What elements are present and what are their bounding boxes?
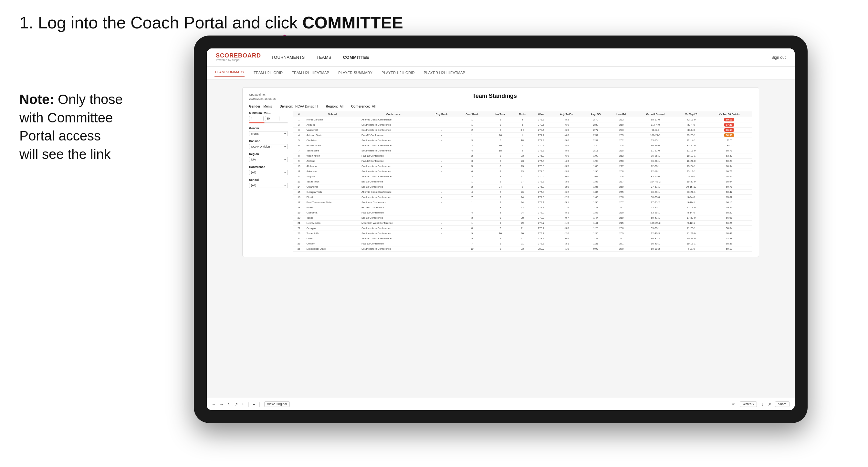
region-select[interactable]: N/A ▾ bbox=[249, 157, 288, 162]
col-vs-top25[interactable]: Vs Top 25 bbox=[676, 112, 706, 117]
cell-school: Washington bbox=[305, 153, 360, 159]
toolbar-back[interactable]: ← bbox=[212, 402, 216, 407]
cell-wins: 276.8 bbox=[532, 190, 551, 195]
cell-avg-sg: 2.01 bbox=[583, 174, 609, 179]
col-vs-top50[interactable]: Vs Top 50 Points bbox=[706, 112, 752, 117]
cell-low-rd: 264 bbox=[609, 143, 634, 148]
region-filter-display: Region: All bbox=[326, 105, 343, 108]
cell-avg-sg: 1.98 bbox=[583, 159, 609, 164]
cell-rnds: 23 bbox=[513, 159, 532, 164]
col-avg-sg[interactable]: Avg. SG bbox=[583, 112, 609, 117]
cell-rnds: 27 bbox=[513, 179, 532, 184]
toolbar-share-link[interactable]: ↗ bbox=[235, 402, 238, 407]
cell-conf-rank: 2 bbox=[457, 143, 488, 148]
nav-teams[interactable]: TEAMS bbox=[316, 54, 331, 61]
min-rounds-input[interactable] bbox=[249, 116, 264, 121]
sub-nav-player-h2h-heatmap[interactable]: PLAYER H2H HEATMAP bbox=[424, 69, 465, 76]
col-no-tour[interactable]: No Tour bbox=[488, 112, 513, 117]
filters-row: Gender: Men's Division: NCAA Division I … bbox=[249, 105, 752, 108]
share-btn[interactable]: Share bbox=[775, 401, 789, 407]
cell-rank: 24 bbox=[293, 236, 305, 241]
col-adj-par[interactable]: Adj. To Par bbox=[551, 112, 583, 117]
gender-select[interactable]: Men's ▾ bbox=[249, 131, 288, 136]
col-low-rd[interactable]: Low Rd. bbox=[609, 112, 634, 117]
watch-btn[interactable]: Watch ▾ bbox=[740, 401, 757, 407]
cell-low-rd: 271 bbox=[609, 205, 634, 210]
cell-conf-rank: 5 bbox=[457, 164, 488, 169]
toolbar-reload[interactable]: ↻ bbox=[227, 402, 231, 407]
cell-wins: 278.5 bbox=[532, 241, 551, 246]
toolbar-expand[interactable]: ↗ bbox=[768, 402, 771, 407]
cell-vs-top50: 68.42 bbox=[706, 231, 752, 236]
cell-wins: 280.7 bbox=[532, 246, 551, 252]
view-original-btn[interactable]: View: Original bbox=[264, 401, 290, 407]
max-rounds-input[interactable] bbox=[265, 116, 279, 121]
division-select[interactable]: NCAA Division I ▾ bbox=[249, 144, 288, 149]
cell-no-tour: 24 bbox=[488, 184, 513, 190]
cell-conf-rank: 3 bbox=[457, 215, 488, 221]
toolbar-eye[interactable]: 👁 bbox=[732, 402, 736, 407]
cell-rank: 16 bbox=[293, 195, 305, 200]
cell-rnds: 23 bbox=[513, 205, 532, 210]
cell-school: Alabama bbox=[305, 164, 360, 169]
cell-vs-top25: 39-6-0 bbox=[676, 128, 706, 133]
gender-filter-section: Gender Men's ▾ bbox=[249, 127, 288, 136]
cell-adj-par: -6.0 bbox=[551, 122, 583, 128]
cell-rnds: 21 bbox=[513, 226, 532, 231]
col-rnds[interactable]: Rnds bbox=[513, 112, 532, 117]
cell-low-rd: 268 bbox=[609, 169, 634, 174]
cell-reg-rank: - bbox=[427, 246, 457, 252]
cell-rnds: 24 bbox=[513, 210, 532, 215]
toolbar-forward[interactable]: → bbox=[220, 402, 223, 407]
update-time: Update time: 27/03/2024 16:56:26 bbox=[249, 93, 276, 101]
cell-conf-rank: 1 bbox=[457, 200, 488, 205]
toolbar-clock[interactable]: ● bbox=[253, 402, 255, 407]
cell-no-tour: 7 bbox=[488, 226, 513, 231]
cell-vs-top50: 59.13 bbox=[706, 246, 752, 252]
cell-vs-top25: 30-15-10 bbox=[676, 184, 706, 190]
cell-school: Illinois bbox=[305, 205, 360, 210]
school-select[interactable]: (All) ▾ bbox=[249, 183, 288, 188]
step-instruction: 1. Log into the Coach Portal and click C… bbox=[20, 13, 403, 32]
sub-nav-player-h2h-grid[interactable]: PLAYER H2H GRID bbox=[381, 69, 415, 76]
cell-adj-par: -0.7 bbox=[551, 215, 583, 221]
cell-avg-sg: 1.28 bbox=[583, 226, 609, 231]
toolbar-add[interactable]: + bbox=[242, 402, 244, 407]
cell-vs-top25: 8-14-0 bbox=[676, 210, 706, 215]
school-filter-section: School (All) ▾ bbox=[249, 178, 288, 188]
sub-nav: TEAM SUMMARY TEAM H2H GRID TEAM H2H HEAT… bbox=[207, 66, 795, 80]
col-wins[interactable]: Wins bbox=[532, 112, 551, 117]
cell-rank: 25 bbox=[293, 241, 305, 246]
cell-school: Oregon bbox=[305, 241, 360, 246]
cell-vs-top25: 11-29-1 bbox=[676, 226, 706, 231]
cell-low-rd: 270 bbox=[609, 246, 634, 252]
sub-nav-team-summary[interactable]: TEAM SUMMARY bbox=[215, 69, 245, 76]
cell-rnds: 23 bbox=[513, 246, 532, 252]
col-reg-rank[interactable]: Reg Rank bbox=[427, 112, 457, 117]
conference-select[interactable]: (All) ▾ bbox=[249, 170, 288, 175]
nav-tournaments[interactable]: TOURNAMENTS bbox=[271, 54, 305, 61]
cell-low-rd: 260 bbox=[609, 210, 634, 215]
cell-school: Auburn bbox=[305, 122, 360, 128]
sub-nav-player-summary[interactable]: PLAYER SUMMARY bbox=[338, 69, 372, 76]
toolbar-download[interactable]: ⇩ bbox=[761, 402, 764, 407]
cell-vs-top50: 58.54 bbox=[706, 226, 752, 231]
cell-no-tour: 9 bbox=[488, 215, 513, 221]
sub-nav-team-h2h-grid[interactable]: TEAM H2H GRID bbox=[254, 69, 283, 76]
region-filter-section: Region N/A ▾ bbox=[249, 152, 288, 162]
cell-conf-rank: 7 bbox=[457, 195, 488, 200]
cell-low-rd: 267 bbox=[609, 179, 634, 184]
col-conf-rank[interactable]: Conf Rank bbox=[457, 112, 488, 117]
col-conference[interactable]: Conference bbox=[360, 112, 427, 117]
rounds-slider[interactable] bbox=[249, 122, 288, 123]
cell-vs-top25: 4-21-0 bbox=[676, 246, 706, 252]
col-school[interactable]: School bbox=[305, 112, 360, 117]
cell-wins: 276.9 bbox=[532, 164, 551, 169]
cell-avg-sg: 0.97 bbox=[583, 246, 609, 252]
sub-nav-team-h2h-heatmap[interactable]: TEAM H2H HEATMAP bbox=[292, 69, 329, 76]
nav-committee[interactable]: COMMITTEE bbox=[343, 54, 369, 61]
col-overall[interactable]: Overall Record bbox=[634, 112, 676, 117]
cell-wins: 273.5 bbox=[532, 117, 551, 122]
sign-out-link[interactable]: Sign out bbox=[766, 55, 786, 60]
cell-avg-sg: 1.90 bbox=[583, 169, 609, 174]
